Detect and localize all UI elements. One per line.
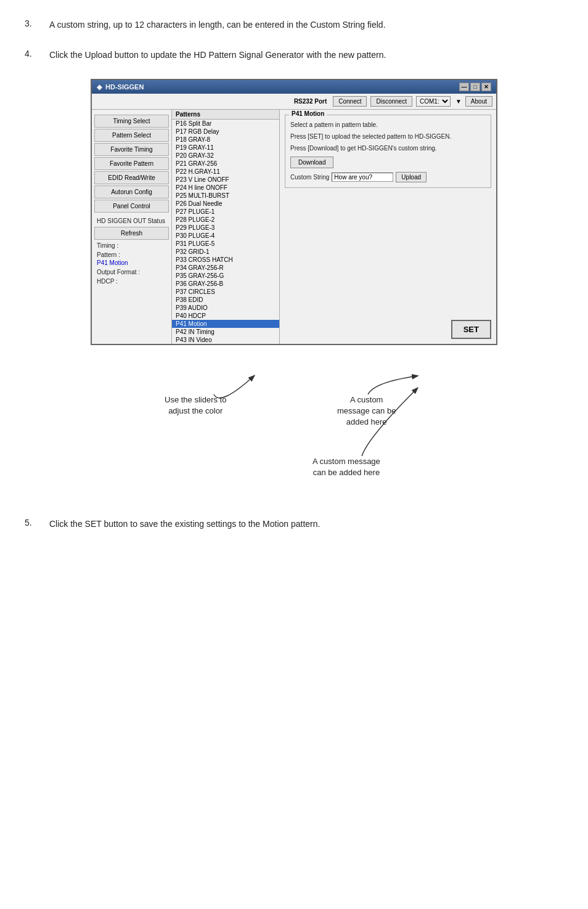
download-button[interactable]: Download xyxy=(290,157,333,168)
panel-desc-line1: Select a pattern in pattern table. xyxy=(290,120,486,129)
minimize-button[interactable]: — xyxy=(459,83,469,91)
titlebar-left: ◆ HD-SIGGEN xyxy=(97,83,144,91)
pattern-item[interactable]: P30 PLUGE-4 xyxy=(172,232,279,240)
pattern-item[interactable]: P35 GRAY-256-G xyxy=(172,272,279,280)
annotations-svg xyxy=(91,357,497,518)
pattern-list[interactable]: P16 Split BarP17 RGB DelayP18 GRAY-8P19 … xyxy=(172,120,279,344)
numbered-item-4: 4. Click the Upload button to update the… xyxy=(25,49,563,62)
upload-button[interactable]: Upload xyxy=(396,172,427,182)
pattern-item[interactable]: P31 PLUGE-5 xyxy=(172,240,279,248)
port-select[interactable]: COM1: xyxy=(416,96,451,107)
pattern-item[interactable]: P16 Split Bar xyxy=(172,120,279,128)
pattern-item[interactable]: P24 H line ONOFF xyxy=(172,184,279,192)
app-icon: ◆ xyxy=(97,83,102,91)
pattern-item[interactable]: P33 CROSS HATCH xyxy=(172,256,279,264)
timing-label: Timing : xyxy=(94,241,169,250)
dropdown-arrow-icon: ▼ xyxy=(455,98,462,105)
annotation-bottom: A custom message can be added here xyxy=(312,456,380,478)
pattern-item[interactable]: P27 PLUGE-1 xyxy=(172,208,279,216)
pattern-list-header: Patterns xyxy=(172,110,279,120)
output-format-label: Output Format : xyxy=(94,267,169,277)
timing-select-button[interactable]: Timing Select xyxy=(94,115,169,128)
autorun-config-button[interactable]: Autorun Config xyxy=(94,185,169,198)
titlebar-controls[interactable]: — □ ✕ xyxy=(459,83,491,91)
pattern-item[interactable]: P22 H.GRAY-11 xyxy=(172,168,279,176)
annotation-right: A custom message can be added here xyxy=(337,394,396,428)
favorite-pattern-button[interactable]: Favorite Pattern xyxy=(94,157,169,170)
item-number-5: 5. xyxy=(25,518,39,531)
app-body: Timing Select Pattern Select Favorite Ti… xyxy=(92,110,496,344)
rs232-label: RS232 Port xyxy=(294,98,327,105)
pattern-item[interactable]: P43 IN Video xyxy=(172,336,279,344)
rs232-bar: RS232 Port Connect Disconnect COM1: ▼ Ab… xyxy=(92,94,496,110)
right-panel: P41 Motion Select a pattern in pattern t… xyxy=(280,110,496,344)
pattern-item[interactable]: P17 RGB Delay xyxy=(172,128,279,136)
about-button[interactable]: About xyxy=(465,96,492,107)
item-text-5: Click the SET button to save the existin… xyxy=(49,518,320,531)
app-window: ◆ HD-SIGGEN — □ ✕ RS232 Port Connect Dis… xyxy=(91,79,497,345)
numbered-item-5: 5. Click the SET button to save the exis… xyxy=(25,518,563,531)
pattern-label: Pattern : xyxy=(94,250,169,259)
maximize-button[interactable]: □ xyxy=(470,83,480,91)
item-number-3: 3. xyxy=(25,18,39,31)
close-button[interactable]: ✕ xyxy=(481,83,491,91)
pattern-item[interactable]: P18 GRAY-8 xyxy=(172,136,279,144)
hdcp-label: HDCP : xyxy=(94,277,169,286)
connect-button[interactable]: Connect xyxy=(333,96,367,107)
favorite-timing-button[interactable]: Favorite Timing xyxy=(94,143,169,156)
annotation-left: Use the sliders to adjust the color xyxy=(165,394,226,417)
pattern-item[interactable]: P34 GRAY-256-R xyxy=(172,264,279,272)
custom-string-input[interactable] xyxy=(332,173,393,182)
panel-desc-line3: Press [Download] to get HD-SIGGEN's cust… xyxy=(290,144,486,153)
pattern-item[interactable]: P41 Motion xyxy=(172,320,279,328)
pattern-item[interactable]: P23 V Line ONOFF xyxy=(172,176,279,184)
panel-desc-line2: Press [SET] to upload the selected patte… xyxy=(290,132,486,141)
set-button[interactable]: SET xyxy=(451,320,491,339)
disconnect-button[interactable]: Disconnect xyxy=(370,96,412,107)
pattern-item[interactable]: P39 AUDIO xyxy=(172,304,279,312)
pattern-item[interactable]: P42 IN Timing xyxy=(172,328,279,336)
panel-control-button[interactable]: Panel Control xyxy=(94,200,169,213)
refresh-button[interactable]: Refresh xyxy=(94,227,169,240)
numbered-item-3: 3. A custom string, up to 12 characters … xyxy=(25,18,563,31)
pattern-item[interactable]: P36 GRAY-256-B xyxy=(172,280,279,288)
custom-string-row: Custom String Upload xyxy=(290,172,486,182)
pattern-item[interactable]: P32 GRID-1 xyxy=(172,248,279,256)
pattern-item[interactable]: P26 Dual Needle xyxy=(172,200,279,208)
custom-string-label: Custom String xyxy=(290,174,329,181)
panel-group-title: P41 Motion xyxy=(289,110,327,117)
annotation-area: Use the sliders to adjust the color A cu… xyxy=(91,357,497,518)
app-titlebar: ◆ HD-SIGGEN — □ ✕ xyxy=(92,80,496,94)
hd-siggen-status-label: HD SIGGEN OUT Status xyxy=(94,216,169,226)
pattern-item[interactable]: P21 GRAY-256 xyxy=(172,160,279,168)
pattern-item[interactable]: P19 GRAY-11 xyxy=(172,144,279,152)
item-text-3: A custom string, up to 12 characters in … xyxy=(49,18,386,31)
sidebar-section-buttons: Timing Select Pattern Select Favorite Ti… xyxy=(92,112,171,215)
edid-readwrite-button[interactable]: EDID Read/Write xyxy=(94,171,169,184)
pattern-item[interactable]: P28 PLUGE-2 xyxy=(172,216,279,224)
main-area: Patterns P16 Split BarP17 RGB DelayP18 G… xyxy=(172,110,496,344)
pattern-item[interactable]: P37 CIRCLES xyxy=(172,288,279,296)
pattern-list-container: Patterns P16 Split BarP17 RGB DelayP18 G… xyxy=(172,110,280,344)
pattern-item[interactable]: P25 MULTI-BURST xyxy=(172,192,279,200)
pattern-select-button[interactable]: Pattern Select xyxy=(94,129,169,142)
p41-motion-group: P41 Motion Select a pattern in pattern t… xyxy=(285,115,491,188)
pattern-item[interactable]: P20 GRAY-32 xyxy=(172,152,279,160)
app-title: HD-SIGGEN xyxy=(105,83,144,91)
sidebar: Timing Select Pattern Select Favorite Ti… xyxy=(92,110,172,344)
item-number-4: 4. xyxy=(25,49,39,62)
content-row: Patterns P16 Split BarP17 RGB DelayP18 G… xyxy=(172,110,496,344)
item-text-4: Click the Upload button to update the HD… xyxy=(49,49,386,62)
sidebar-status-section: HD SIGGEN OUT Status Refresh Timing : Pa… xyxy=(92,215,171,287)
pattern-item[interactable]: P40 HDCP xyxy=(172,312,279,320)
pattern-value: P41 Motion xyxy=(94,259,169,267)
pattern-item[interactable]: P29 PLUGE-3 xyxy=(172,224,279,232)
pattern-item[interactable]: P38 EDID xyxy=(172,296,279,304)
